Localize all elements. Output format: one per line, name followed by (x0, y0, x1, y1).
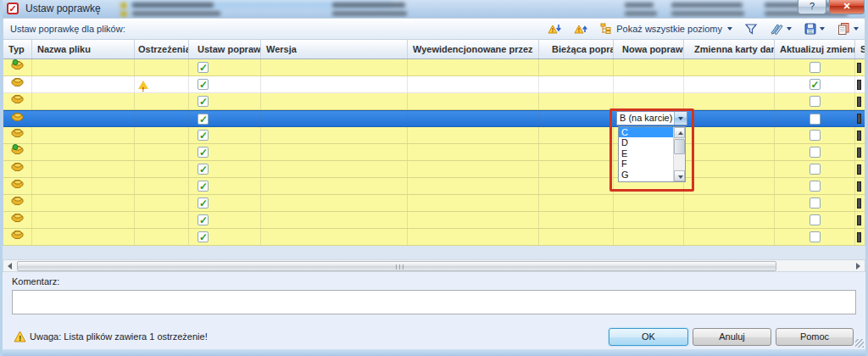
update-variable-cell[interactable] (775, 59, 855, 75)
card-variables-button[interactable] (768, 20, 793, 37)
title-bar[interactable]: ✓ Ustaw poprawkę ? ✕ (0, 0, 868, 18)
update-variable-checkbox[interactable] (810, 147, 821, 158)
set-revision-checkbox[interactable] (198, 114, 209, 125)
update-variable-checkbox[interactable] (810, 79, 821, 90)
set-revision-checkbox[interactable] (198, 96, 209, 107)
column-header-aktualizuj-zmienna[interactable]: Aktualizuj zmienną (775, 40, 855, 58)
table-row[interactable] (3, 76, 865, 93)
set-revision-checkbox[interactable] (198, 181, 209, 192)
scroll-left-icon[interactable] (4, 261, 17, 270)
table-row[interactable] (3, 59, 865, 76)
update-variable-checkbox[interactable] (810, 96, 821, 107)
update-variable-cell[interactable] (775, 212, 855, 228)
update-variable-checkbox[interactable] (810, 214, 821, 225)
file-name-cell[interactable] (32, 144, 135, 160)
update-variable-cell[interactable] (775, 178, 855, 194)
file-name-cell[interactable] (32, 161, 135, 177)
set-revision-cell[interactable] (189, 127, 261, 143)
column-header-ostrzezenia[interactable]: Ostrzeżenia (135, 40, 189, 58)
column-header-s-clipped[interactable]: S (855, 40, 865, 58)
comment-input[interactable] (12, 290, 856, 314)
dropdown-scrollbar[interactable] (673, 127, 685, 181)
close-window-button[interactable]: ✕ (829, 0, 865, 14)
table-row[interactable] (3, 110, 865, 127)
table-row[interactable] (3, 178, 865, 195)
new-revision-combobox[interactable]: B (na karcie) (616, 111, 687, 125)
set-revision-checkbox[interactable] (198, 62, 209, 73)
column-header-zmienna-karty[interactable]: Zmienna karty danych (684, 40, 775, 58)
combobox-dropdown-button[interactable] (674, 112, 687, 125)
set-revision-checkbox[interactable] (198, 147, 209, 158)
update-variable-checkbox[interactable] (810, 130, 821, 141)
update-variable-checkbox[interactable] (810, 197, 821, 209)
show-all-levels-button[interactable]: Pokaż wszystkie poziomy (598, 20, 734, 37)
save-button[interactable] (802, 20, 826, 37)
horizontal-scrollbar[interactable] (3, 259, 865, 272)
warning-up-icon[interactable]: ! (572, 20, 590, 37)
column-header-typ[interactable]: Typ (3, 40, 32, 58)
scroll-up-icon[interactable] (674, 127, 685, 138)
set-revision-checkbox[interactable] (198, 130, 209, 141)
update-variable-cell[interactable] (775, 93, 855, 109)
scroll-down-icon[interactable] (674, 170, 685, 181)
set-revision-cell[interactable] (189, 229, 261, 245)
new-revision-cell[interactable] (614, 59, 684, 75)
copy-button[interactable] (835, 20, 860, 37)
file-name-cell[interactable] (32, 178, 135, 194)
new-revision-cell[interactable] (614, 212, 684, 228)
update-variable-cell[interactable] (775, 229, 855, 245)
new-revision-cell[interactable] (614, 76, 684, 92)
file-name-cell[interactable] (32, 59, 135, 75)
table-row[interactable] (3, 144, 865, 161)
set-revision-checkbox[interactable] (198, 197, 209, 209)
table-row[interactable] (3, 93, 865, 110)
set-revision-cell[interactable] (189, 178, 261, 194)
update-variable-checkbox[interactable] (810, 181, 821, 192)
update-variable-cell[interactable] (775, 76, 855, 92)
column-header-nazwa-pliku[interactable]: Nazwa pliku (32, 40, 135, 58)
column-header-wersja[interactable]: Wersja (261, 40, 408, 58)
set-revision-cell[interactable] (189, 195, 261, 211)
update-variable-cell[interactable] (775, 111, 855, 126)
set-revision-cell[interactable] (189, 93, 261, 109)
new-revision-cell[interactable] (614, 93, 684, 109)
table-row[interactable] (3, 127, 865, 144)
update-variable-cell[interactable] (775, 195, 855, 211)
set-revision-cell[interactable] (189, 144, 261, 160)
table-row[interactable] (3, 195, 865, 212)
set-revision-checkbox[interactable] (198, 79, 209, 90)
scrollbar-thumb[interactable] (17, 261, 776, 271)
set-revision-cell[interactable] (189, 76, 261, 92)
resize-grip[interactable] (855, 339, 864, 348)
scrollbar-thumb[interactable] (674, 139, 685, 154)
warning-down-icon[interactable]: ! (546, 20, 564, 37)
file-name-cell[interactable] (32, 93, 135, 109)
table-row[interactable] (3, 212, 865, 229)
file-name-cell[interactable] (32, 111, 135, 126)
set-revision-cell[interactable] (189, 59, 261, 75)
column-header-wyewidencjonowane[interactable]: Wyewidencjonowane przez (408, 40, 539, 58)
set-revision-checkbox[interactable] (198, 231, 209, 242)
ok-button[interactable]: OK (609, 328, 688, 346)
set-revision-cell[interactable] (189, 212, 261, 228)
update-variable-checkbox[interactable] (810, 164, 821, 175)
file-name-cell[interactable] (32, 127, 135, 143)
new-revision-cell[interactable] (614, 195, 684, 211)
help-window-button[interactable]: ? (798, 0, 826, 14)
update-variable-cell[interactable] (775, 127, 855, 143)
column-header-nowa-poprawka[interactable]: Nowa poprawka (614, 40, 684, 58)
set-revision-cell[interactable] (189, 111, 261, 126)
scroll-right-icon[interactable] (851, 261, 864, 270)
set-revision-checkbox[interactable] (198, 164, 209, 175)
update-variable-cell[interactable] (775, 144, 855, 160)
help-button[interactable]: Pomoc (776, 328, 854, 346)
table-row[interactable] (3, 161, 865, 178)
file-name-cell[interactable] (32, 76, 135, 92)
update-variable-checkbox[interactable] (810, 114, 821, 125)
cancel-button[interactable]: Anuluj (693, 328, 771, 346)
filter-button[interactable] (743, 20, 760, 37)
file-name-cell[interactable] (32, 195, 135, 211)
update-variable-checkbox[interactable] (810, 231, 821, 242)
file-name-cell[interactable] (32, 229, 135, 245)
column-header-biezaca-poprawka[interactable]: Bieżąca poprawka (539, 40, 614, 58)
